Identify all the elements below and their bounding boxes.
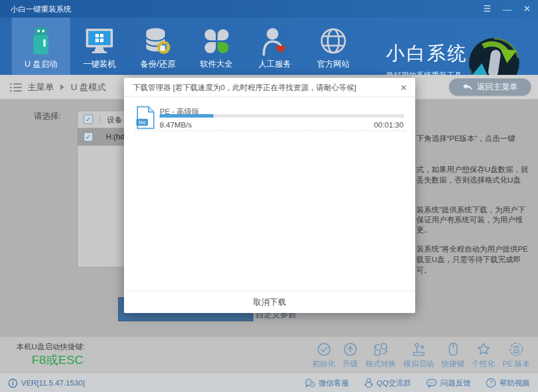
nav-label: U 盘启动: [25, 59, 57, 70]
statusbar: VER[11.5.47.1530] 微信客服 QQ交流群: [0, 373, 538, 392]
help-text-line: 保证用户有系统可装，为用户维: [416, 215, 523, 225]
svg-text:?: ?: [489, 380, 493, 386]
dialog-titlebar: 下载管理器 [若下载速度为0，此时程序正在寻找资源，请耐心等候] ✕: [124, 78, 415, 97]
main-nav: U 盘启动 一键装机: [0, 18, 538, 75]
wechat-icon: [305, 379, 315, 388]
help-video-link[interactable]: ? 帮助视频: [486, 378, 530, 388]
app-window: 小白一键重装系统 ☰ — ✕ U 盘启动: [0, 0, 538, 392]
app-title: 小白一键重装系统: [11, 4, 71, 15]
tool-label: 快捷键: [442, 359, 464, 369]
breadcrumb: 主菜单 U 盘模式: [9, 75, 106, 99]
iso-file-icon: iso: [136, 106, 156, 129]
dialog-title: 下载管理器 [若下载速度为0，此时程序正在寻找资源，请耐心等候]: [133, 78, 356, 97]
joystick-icon: [411, 341, 426, 357]
breadcrumb-arrow-icon: [60, 84, 64, 90]
tool-label: 初始化: [312, 359, 335, 369]
download-progress-fill: [160, 114, 213, 118]
version-text: VER[11.5.47.1530]: [21, 379, 85, 387]
clover-apps-icon: [205, 24, 229, 58]
help-text-line: 式，如果用户想保存U盘数据，就: [416, 164, 528, 175]
format-convert-icon: [373, 341, 388, 357]
nav-item-software-center[interactable]: 软件大全: [187, 18, 246, 75]
person-heart-icon: [261, 24, 288, 58]
breadcrumb-current: U 盘模式: [71, 82, 106, 93]
version-info: VER[11.5.47.1530]: [8, 373, 85, 392]
menu-icon[interactable]: ☰: [481, 2, 494, 15]
nav-item-one-key-install[interactable]: 一键装机: [70, 18, 129, 75]
breadcrumb-root[interactable]: 主菜单: [27, 82, 54, 93]
iso-badge: iso: [139, 119, 146, 125]
back-button-label: 返回主菜单: [477, 82, 518, 92]
nav-label: 官方网站: [317, 59, 350, 70]
help-text-line: 载至U盘，只需等待下载完成即: [416, 255, 520, 265]
tool-label: 个性化: [472, 359, 495, 369]
nav-item-human-service[interactable]: 人工服务: [246, 18, 304, 75]
link-label: 微信客服: [319, 378, 349, 388]
bottom-section: 本机U盘启动快捷键: F8或ESC 初始化 升级: [0, 336, 538, 373]
back-arrow-icon: [463, 83, 473, 91]
cancel-download-button[interactable]: 取消下载: [124, 291, 415, 313]
tool-label: 格式转换: [365, 359, 396, 369]
nav-label: 软件大全: [200, 59, 233, 70]
device-row-label: H:(hd: [106, 128, 125, 146]
list-icon: [9, 82, 22, 92]
tool-label: 模拟启动: [403, 359, 434, 369]
tool-pe-version[interactable]: PE PE 版本: [502, 341, 530, 369]
dialog-separator: [134, 130, 406, 131]
monitor-icon: [84, 24, 115, 58]
link-label: 问题反馈: [440, 378, 471, 388]
brand-name: 小白系统: [386, 41, 468, 67]
device-row-checkbox[interactable]: ✓: [84, 132, 93, 142]
tool-upgrade[interactable]: 升级: [343, 341, 358, 369]
tool-format-convert[interactable]: 格式转换: [365, 341, 396, 369]
usb-drive-icon: [28, 24, 54, 58]
help-text-line: 装系统”提供系统下载，为用户下: [416, 205, 525, 215]
wechat-support-link[interactable]: 微信客服: [305, 378, 349, 388]
tool-simulate-boot[interactable]: 模拟启动: [403, 341, 434, 369]
help-text-line: 丢失数据，否则选择格式化U盘: [416, 175, 520, 185]
link-label: 帮助视频: [499, 378, 530, 388]
tool-personalize[interactable]: 个性化: [472, 341, 495, 369]
nav-label: 人工服务: [258, 59, 291, 70]
dialog-close-icon[interactable]: ✕: [398, 82, 409, 94]
hotkey-value: F8或ESC: [32, 352, 84, 368]
tool-label: PE 版本: [502, 359, 530, 369]
download-manager-dialog: 下载管理器 [若下载速度为0，此时程序正在寻找资源，请耐心等候] ✕ iso P…: [124, 78, 415, 313]
help-text-line: 装系统”将全程自动为用户提供PE: [416, 244, 528, 255]
nav-label: 备份/还原: [140, 59, 175, 70]
tool-initialize[interactable]: 初始化: [312, 341, 335, 369]
star-icon: [476, 341, 491, 357]
help-text-line: 可。: [416, 265, 432, 276]
qq-penguin-icon: [364, 378, 373, 388]
select-label: 请选择:: [34, 111, 61, 122]
device-column-header: 设备: [107, 111, 122, 128]
help-text-line: 更。: [416, 225, 432, 235]
help-text-line: 下角选择“PE版本”，点击一键: [416, 133, 515, 144]
download-speed: 8.47MB/s: [160, 121, 192, 129]
hotkey-label: 本机U盘启动快捷键:: [16, 342, 85, 352]
select-all-checkbox[interactable]: ✓: [84, 115, 93, 124]
check-circle-icon: [316, 341, 332, 357]
globe-icon: [319, 24, 347, 58]
nav-label: 一键装机: [83, 59, 116, 70]
nav-item-backup-restore[interactable]: 备份/还原: [129, 18, 187, 75]
tool-label: 升级: [343, 359, 358, 369]
download-time-remaining: 00:01:30: [374, 121, 403, 129]
nav-item-usb-boot[interactable]: U 盘启动: [12, 18, 70, 75]
back-to-main-menu-button[interactable]: 返回主菜单: [449, 78, 531, 95]
tool-hotkey[interactable]: 快捷键: [442, 341, 464, 369]
titlebar: 小白一键重装系统 ☰ — ✕: [0, 0, 538, 18]
download-progress-track: [160, 114, 404, 118]
svg-text:PE: PE: [513, 345, 519, 350]
nav-item-official-site[interactable]: 官方网站: [304, 18, 363, 75]
mouse-icon: [446, 341, 461, 357]
minimize-icon[interactable]: —: [501, 2, 513, 15]
link-label: QQ交流群: [377, 378, 411, 388]
qq-group-link[interactable]: QQ交流群: [364, 378, 411, 388]
up-arrow-circle-icon: [343, 341, 358, 357]
feedback-bubble-icon: [426, 379, 437, 388]
feedback-link[interactable]: 问题反馈: [426, 378, 471, 388]
database-backup-icon: [144, 24, 172, 58]
question-circle-icon: ?: [486, 378, 496, 388]
close-icon[interactable]: ✕: [520, 2, 533, 15]
